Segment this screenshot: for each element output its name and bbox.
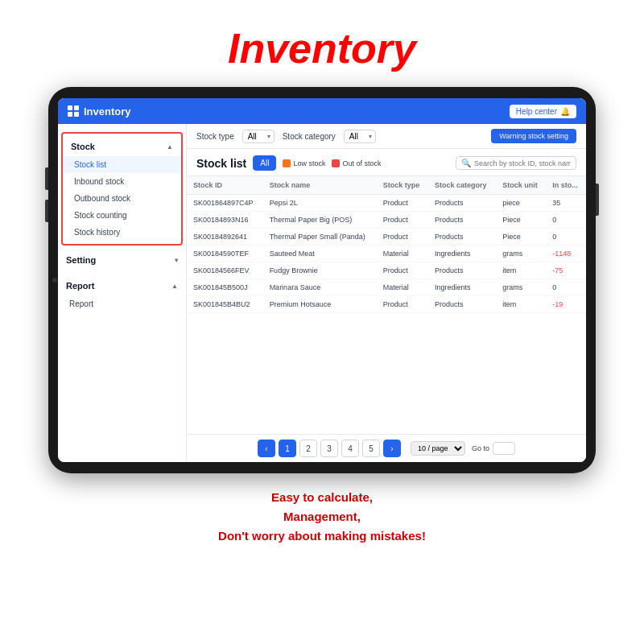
table-row[interactable]: SK00184893N16Thermal Paper Big (POS)Prod… xyxy=(187,212,586,229)
sidebar-setting-header[interactable]: Setting ▾ xyxy=(58,250,186,270)
sidebar-stock-header[interactable]: Stock ▲ xyxy=(63,137,181,156)
main-content-area: Stock ▲ Stock list Inbound stock Outboun… xyxy=(58,124,586,462)
cell-in_stock: -75 xyxy=(546,262,586,279)
cell-in_stock: 0 xyxy=(546,212,586,229)
bell-icon: 🔔 xyxy=(560,107,570,116)
setting-section-label: Setting xyxy=(66,255,96,265)
cell-in_stock: 0 xyxy=(546,279,586,296)
app-topbar: Inventory Help center 🔔 xyxy=(58,98,586,124)
cell-id: SK00184893N16 xyxy=(187,212,263,229)
sidebar-item-stock-list[interactable]: Stock list xyxy=(63,156,181,173)
cell-id: SK00184892641 xyxy=(187,229,263,246)
sidebar-report-header[interactable]: Report ▲ xyxy=(58,276,186,295)
out-of-stock-label: Out of stock xyxy=(342,159,381,167)
col-stock-type: Stock type xyxy=(377,176,428,195)
sidebar-item-inbound-stock[interactable]: Inbound stock xyxy=(63,173,181,190)
cell-unit: item xyxy=(496,262,546,279)
cell-name: Thermal Paper Small (Panda) xyxy=(263,229,377,246)
bottom-line-2: Management, xyxy=(218,507,426,526)
stock-list-title: Stock list xyxy=(196,157,246,170)
page-4-button[interactable]: 4 xyxy=(341,440,359,457)
bottom-text: Easy to calculate, Management, Don't wor… xyxy=(218,488,426,546)
stock-list-header: Stock list All Low stock Out of stock 🔍 xyxy=(187,149,586,176)
sidebar-item-stock-counting[interactable]: Stock counting xyxy=(63,207,181,224)
cell-unit: grams xyxy=(496,279,546,296)
next-page-button[interactable]: › xyxy=(383,440,401,457)
stock-type-select[interactable]: All xyxy=(242,130,275,143)
search-input[interactable] xyxy=(474,159,571,167)
app-name-label: Inventory xyxy=(84,105,131,118)
low-stock-legend: Low stock xyxy=(283,159,325,167)
cell-category: Ingredients xyxy=(428,279,496,296)
cell-type: Product xyxy=(377,195,428,212)
sidebar-section-setting: Setting ▾ xyxy=(58,247,186,273)
volume-down-button xyxy=(45,200,48,222)
goto-input[interactable] xyxy=(493,442,515,455)
stock-type-select-wrapper: All xyxy=(242,130,275,143)
sidebar-item-outbound-stock[interactable]: Outbound stock xyxy=(63,190,181,207)
power-button xyxy=(596,184,599,216)
tab-all[interactable]: All xyxy=(253,155,276,171)
warning-stock-setting-button[interactable]: Warning stock setting xyxy=(491,129,576,143)
app-name-area: Inventory xyxy=(68,105,131,118)
sidebar-item-stock-history[interactable]: Stock history xyxy=(63,224,181,241)
bottom-line-1: Easy to calculate, xyxy=(218,488,426,507)
table-row[interactable]: SK001864897C4PPepsi 2LProductProductspie… xyxy=(187,195,586,212)
table-header-row: Stock ID Stock name Stock type Stock cat… xyxy=(187,176,586,195)
tablet-device: Inventory Help center 🔔 Stock ▲ Stock li… xyxy=(48,87,596,473)
table-row[interactable]: SK00184566FEVFudgy BrownieProductProduct… xyxy=(187,262,586,279)
table-body: SK001864897C4PPepsi 2LProductProductspie… xyxy=(187,195,586,313)
pagination: ‹ 1 2 3 4 5 › 10 / page 20 / page Go to xyxy=(187,434,586,462)
table-row[interactable]: SK00184892641Thermal Paper Small (Panda)… xyxy=(187,229,586,246)
cell-type: Product xyxy=(377,212,428,229)
cell-id: SK001845B500J xyxy=(187,279,263,296)
low-stock-label: Low stock xyxy=(293,159,325,167)
stock-table-container: Stock ID Stock name Stock type Stock cat… xyxy=(187,176,586,434)
cell-id: SK00184590TEF xyxy=(187,246,263,262)
cell-category: Products xyxy=(428,229,496,246)
right-panel: Stock type All Stock category All Warnin… xyxy=(187,124,586,462)
cell-name: Sauteed Meat xyxy=(263,246,377,262)
table-row[interactable]: SK001845B4BU2Premium HotsauceProductProd… xyxy=(187,296,586,313)
help-center-label: Help center xyxy=(516,107,557,116)
cell-unit: Piece xyxy=(496,212,546,229)
cell-unit: item xyxy=(496,296,546,313)
cell-category: Products xyxy=(428,195,496,212)
sidebar-section-stock: Stock ▲ Stock list Inbound stock Outboun… xyxy=(61,132,183,246)
col-stock-name: Stock name xyxy=(263,176,377,195)
search-icon: 🔍 xyxy=(461,159,471,167)
cell-name: Marinara Sauce xyxy=(263,279,377,296)
chevron-down-icon: ▾ xyxy=(175,257,178,264)
cell-type: Material xyxy=(377,246,428,262)
table-row[interactable]: SK001845B500JMarinara SauceMaterialIngre… xyxy=(187,279,586,296)
out-of-stock-legend: Out of stock xyxy=(332,159,381,167)
cell-in_stock: -19 xyxy=(546,296,586,313)
stock-category-label: Stock category xyxy=(283,132,336,141)
page-title: Inventory xyxy=(228,24,416,72)
chevron-up-icon-2: ▲ xyxy=(171,283,178,290)
cell-name: Premium Hotsauce xyxy=(263,296,377,313)
out-of-stock-color xyxy=(332,159,340,167)
cell-name: Fudgy Brownie xyxy=(263,262,377,279)
low-stock-color xyxy=(283,159,291,167)
chevron-up-icon: ▲ xyxy=(167,143,173,151)
grid-icon xyxy=(68,105,79,117)
sidebar-item-report[interactable]: Report xyxy=(58,295,186,312)
cell-category: Products xyxy=(428,262,496,279)
cell-id: SK001845B4BU2 xyxy=(187,296,263,313)
goto-label: Go to xyxy=(472,444,489,452)
bottom-line-3: Don't worry about making mistakes! xyxy=(218,526,426,546)
cell-unit: grams xyxy=(496,246,546,262)
per-page-select[interactable]: 10 / page 20 / page xyxy=(411,441,465,456)
page-1-button[interactable]: 1 xyxy=(279,440,296,457)
page-2-button[interactable]: 2 xyxy=(299,440,317,457)
stock-category-select[interactable]: All xyxy=(344,130,376,143)
prev-page-button[interactable]: ‹ xyxy=(258,440,275,457)
page-3-button[interactable]: 3 xyxy=(320,440,338,457)
stock-category-select-wrapper: All xyxy=(344,130,376,143)
cell-in_stock: 35 xyxy=(546,195,586,212)
table-row[interactable]: SK00184590TEFSauteed MeatMaterialIngredi… xyxy=(187,246,586,262)
help-center-button[interactable]: Help center 🔔 xyxy=(510,105,576,118)
filter-bar: Stock type All Stock category All Warnin… xyxy=(187,124,586,149)
page-5-button[interactable]: 5 xyxy=(362,440,380,457)
